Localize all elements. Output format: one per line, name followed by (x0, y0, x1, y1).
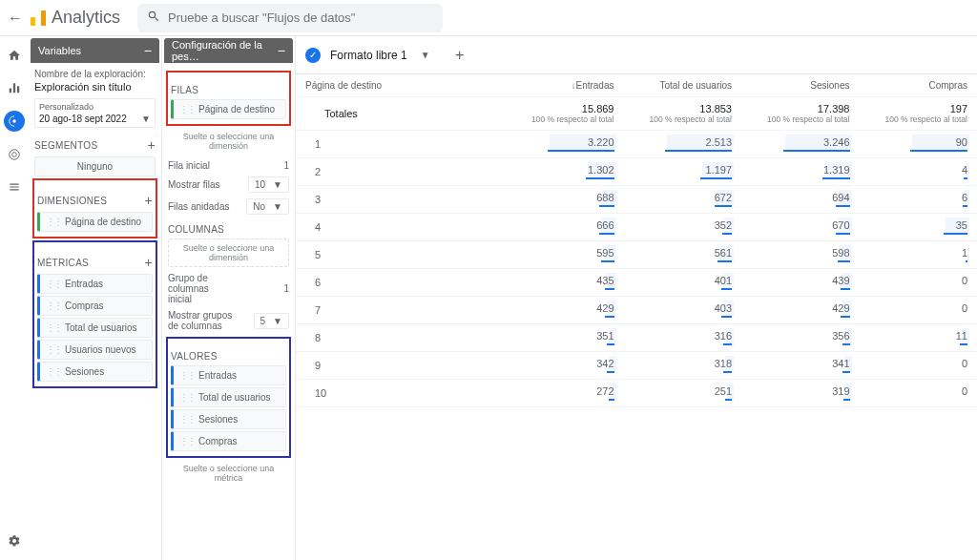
data-table: Página de destino ↓Entradas Total de usu… (296, 74, 977, 560)
date-preset: Personalizado (39, 102, 151, 112)
metric-chip[interactable]: Total de usuarios (37, 318, 153, 338)
row-chip[interactable]: Página de destino (171, 99, 286, 119)
chevron-down-icon[interactable]: ▼ (141, 114, 151, 124)
row-index[interactable]: 2 (296, 158, 506, 186)
data-cell: 439 (741, 269, 860, 297)
data-cell: 666 (506, 214, 624, 241)
add-tab-button[interactable]: + (449, 45, 470, 66)
search-input[interactable] (168, 10, 433, 25)
brand-name: Analytics (52, 8, 120, 28)
row-index[interactable]: 1 (296, 131, 506, 158)
data-cell: 694 (741, 186, 860, 214)
data-cell: 318 (624, 352, 742, 380)
col-header-sesiones[interactable]: Sesiones (741, 74, 860, 97)
rail-explore-icon[interactable] (4, 111, 25, 132)
dimension-chip[interactable]: Página de destino (37, 212, 153, 232)
metric-chip[interactable]: Compras (37, 296, 153, 316)
tab-bar: ✓ Formato libre 1 ▼ + (296, 36, 977, 74)
data-cell: 11 (860, 324, 978, 352)
row-index[interactable]: 4 (296, 214, 506, 241)
value-chip[interactable]: Entradas (171, 365, 286, 385)
total-sesiones: 17.398100 % respecto al total (741, 97, 860, 131)
filas-anidadas-select[interactable]: No▼ (246, 198, 289, 215)
row-index[interactable]: 5 (296, 241, 506, 269)
variables-title: Variables (38, 45, 81, 56)
rail-configure-icon[interactable] (5, 177, 24, 197)
value-chip[interactable]: Total de usuarios (171, 387, 286, 407)
data-cell: 0 (860, 380, 978, 407)
metric-chip[interactable]: Usuarios nuevos (37, 340, 153, 360)
data-cell: 688 (506, 186, 624, 214)
data-cell: 595 (506, 241, 624, 269)
mostrar-filas-select[interactable]: 10▼ (248, 176, 289, 193)
data-cell: 672 (624, 186, 742, 214)
svg-point-1 (10, 150, 20, 160)
dimensions-header: DIMENSIONES (37, 196, 107, 206)
back-arrow[interactable]: ← (6, 10, 25, 27)
search-icon (147, 10, 160, 26)
data-cell: 403 (624, 297, 742, 324)
value-chip[interactable]: Compras (171, 431, 286, 451)
add-dimension-icon[interactable]: + (145, 193, 153, 208)
data-cell: 319 (741, 380, 860, 407)
metrics-header: MÉTRICAS (37, 258, 89, 268)
data-cell: 561 (624, 241, 742, 269)
ga-logo (31, 10, 46, 26)
data-cell: 90 (860, 131, 978, 158)
config-panel: Configuración de la pes… − FILAS Página … (162, 36, 296, 560)
tab-chevron-icon[interactable]: ▼ (421, 50, 430, 60)
dim-col-header[interactable]: Página de destino (296, 74, 506, 97)
columns-header: COLUMNAS (168, 224, 224, 235)
col-header-usuarios[interactable]: Total de usuarios (624, 74, 742, 97)
data-cell: 251 (624, 380, 742, 407)
collapse-icon[interactable]: − (278, 43, 285, 58)
row-index[interactable]: 7 (296, 297, 506, 324)
col-header-compras[interactable]: Compras (860, 74, 978, 97)
drop-metric-hint[interactable]: Suelte o seleccione una métrica (168, 460, 289, 487)
data-cell: 0 (860, 269, 978, 297)
rail-home-icon[interactable] (5, 46, 24, 65)
tab-name[interactable]: Formato libre 1 (330, 49, 407, 62)
exploration-name[interactable]: Exploración sin título (34, 81, 156, 93)
value-chip[interactable]: Sesiones (171, 409, 286, 429)
row-index[interactable]: 8 (296, 324, 506, 352)
row-index[interactable]: 3 (296, 186, 506, 214)
add-segment-icon[interactable]: + (148, 137, 156, 153)
values-header: VALORES (171, 351, 218, 362)
settings-icon[interactable] (5, 531, 24, 550)
search-container[interactable] (137, 4, 443, 32)
metric-chip[interactable]: Sesiones (37, 362, 153, 382)
data-cell: 0 (860, 297, 978, 324)
data-cell: 3.246 (741, 131, 860, 158)
svg-point-2 (12, 153, 17, 157)
data-cell: 401 (624, 269, 742, 297)
rows-header: FILAS (171, 85, 198, 95)
grupo-col-value[interactable]: 1 (283, 283, 289, 294)
row-index[interactable]: 10 (296, 380, 506, 407)
data-cell: 1 (860, 241, 978, 269)
mostrar-filas-label: Mostrar filas (168, 179, 219, 190)
rail-reports-icon[interactable] (5, 78, 24, 97)
tab-check-icon: ✓ (305, 48, 321, 63)
config-header[interactable]: Configuración de la pes… − (164, 38, 293, 63)
col-header-entradas[interactable]: ↓Entradas (506, 74, 624, 97)
data-cell: 429 (506, 297, 624, 324)
variables-header[interactable]: Variables − (31, 38, 159, 63)
segment-none[interactable]: Ninguno (34, 156, 156, 176)
metric-chip[interactable]: Entradas (37, 274, 153, 294)
add-metric-icon[interactable]: + (145, 255, 153, 270)
drop-column-hint[interactable]: Suelte o seleccione una dimensión (168, 239, 289, 267)
mostrar-grupos-select[interactable]: 5▼ (254, 313, 289, 329)
date-range[interactable]: 20 ago-18 sept 2022 (39, 114, 127, 124)
fila-inicial-value[interactable]: 1 (283, 160, 289, 171)
row-index[interactable]: 6 (296, 269, 506, 297)
rail-advertising-icon[interactable] (5, 145, 24, 164)
variables-panel: Variables − Nombre de la exploración: Ex… (29, 36, 162, 560)
data-cell: 670 (741, 214, 860, 241)
drop-dimension-hint[interactable]: Suelte o seleccione una dimensión (168, 128, 289, 155)
row-index[interactable]: 9 (296, 352, 506, 380)
data-cell: 356 (741, 324, 860, 352)
data-cell: 6 (860, 186, 978, 214)
data-cell: 351 (506, 324, 624, 352)
collapse-icon[interactable]: − (144, 43, 152, 58)
